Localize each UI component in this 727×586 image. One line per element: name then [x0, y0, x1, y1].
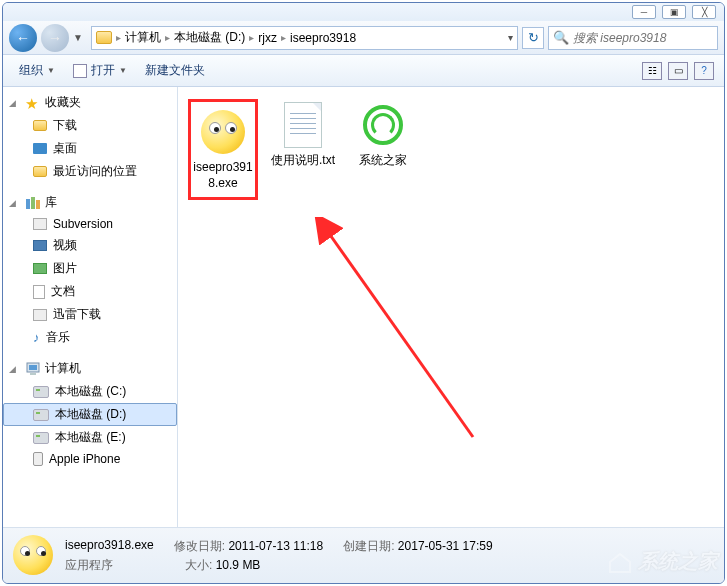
- phone-icon: [33, 452, 43, 466]
- libraries-section[interactable]: ◢ 库: [3, 191, 177, 214]
- sidebar-item-documents[interactable]: 文档: [3, 280, 177, 303]
- favorites-label: 收藏夹: [45, 94, 81, 111]
- breadcrumb-item[interactable]: 计算机: [125, 29, 161, 46]
- sidebar-item-music[interactable]: ♪音乐: [3, 326, 177, 349]
- svg-rect-4: [29, 365, 37, 370]
- refresh-button[interactable]: ↻: [522, 27, 544, 49]
- document-icon: [33, 285, 45, 299]
- toolbar: 组织▼ 打开▼ 新建文件夹 ☷ ▭ ?: [3, 55, 724, 87]
- sidebar-item-downloads[interactable]: 下载: [3, 114, 177, 137]
- folder-icon: [33, 166, 47, 177]
- details-modified-value: 2011-07-13 11:18: [228, 539, 323, 553]
- svg-rect-5: [30, 373, 36, 375]
- drive-icon: [33, 409, 49, 421]
- address-dropdown[interactable]: ▾: [508, 32, 513, 43]
- star-icon: ★: [25, 95, 41, 111]
- svg-rect-2: [36, 200, 40, 209]
- search-box[interactable]: 🔍: [548, 26, 718, 50]
- search-input[interactable]: [573, 31, 713, 45]
- text-file-icon: [284, 102, 322, 148]
- pictures-icon: [33, 263, 47, 274]
- open-button[interactable]: 打开▼: [67, 60, 133, 81]
- new-folder-button[interactable]: 新建文件夹: [139, 60, 211, 81]
- sidebar-item-recent[interactable]: 最近访问的位置: [3, 160, 177, 183]
- annotation-arrow: [313, 217, 483, 447]
- history-dropdown[interactable]: ▼: [73, 32, 87, 43]
- search-icon: 🔍: [553, 30, 569, 45]
- drive-icon: [33, 386, 49, 398]
- titlebar: ─ ▣ ╳: [3, 3, 724, 21]
- forward-button[interactable]: →: [41, 24, 69, 52]
- music-icon: ♪: [33, 330, 40, 345]
- document-icon: [33, 309, 47, 321]
- breadcrumb-item[interactable]: rjxz: [258, 31, 277, 45]
- computer-icon: [25, 362, 41, 376]
- internet-shortcut-icon: [363, 105, 403, 145]
- help-button[interactable]: ?: [694, 62, 714, 80]
- file-label: iseepro3918.exe: [193, 160, 253, 191]
- details-filename: iseepro3918.exe: [65, 538, 154, 555]
- sidebar-item-drive-d[interactable]: 本地磁盘 (D:): [3, 403, 177, 426]
- sidebar-item-drive-c[interactable]: 本地磁盘 (C:): [3, 380, 177, 403]
- file-item-txt[interactable]: 使用说明.txt: [268, 99, 338, 169]
- desktop-icon: [33, 143, 47, 154]
- chevron-right-icon: ▸: [165, 32, 170, 43]
- details-filetype: 应用程序: [65, 557, 113, 574]
- open-icon: [73, 64, 87, 78]
- sidebar-item-iphone[interactable]: Apple iPhone: [3, 449, 177, 469]
- view-options-button[interactable]: ☷: [642, 62, 662, 80]
- maximize-button[interactable]: ▣: [662, 5, 686, 19]
- file-list[interactable]: iseepro3918.exe 使用说明.txt 系统之家: [178, 87, 724, 527]
- organize-button[interactable]: 组织▼: [13, 60, 61, 81]
- address-bar[interactable]: ▸ 计算机 ▸ 本地磁盘 (D:) ▸ rjxz ▸ iseepro3918 ▾: [91, 26, 518, 50]
- details-size-label: 大小:: [185, 558, 212, 572]
- computer-section[interactable]: ◢ 计算机: [3, 357, 177, 380]
- sidebar-item-subversion[interactable]: Subversion: [3, 214, 177, 234]
- preview-pane-button[interactable]: ▭: [668, 62, 688, 80]
- chevron-right-icon: ▸: [249, 32, 254, 43]
- sidebar-item-videos[interactable]: 视频: [3, 234, 177, 257]
- sidebar-item-xunlei[interactable]: 迅雷下载: [3, 303, 177, 326]
- svg-rect-0: [26, 199, 30, 209]
- details-modified-label: 修改日期:: [174, 539, 225, 553]
- back-button[interactable]: ←: [9, 24, 37, 52]
- folder-icon: [33, 120, 47, 131]
- folder-icon: [96, 31, 112, 44]
- sidebar-item-pictures[interactable]: 图片: [3, 257, 177, 280]
- document-icon: [33, 218, 47, 230]
- minimize-button[interactable]: ─: [632, 5, 656, 19]
- drive-icon: [33, 432, 49, 444]
- close-button[interactable]: ╳: [692, 5, 716, 19]
- breadcrumb-item[interactable]: iseepro3918: [290, 31, 356, 45]
- details-icon: [13, 535, 55, 577]
- svg-line-6: [328, 232, 473, 437]
- exe-icon: [201, 110, 245, 154]
- sidebar-item-desktop[interactable]: 桌面: [3, 137, 177, 160]
- collapse-icon: ◢: [9, 98, 21, 108]
- sidebar-item-drive-e[interactable]: 本地磁盘 (E:): [3, 426, 177, 449]
- file-label: 系统之家: [348, 153, 418, 169]
- details-created-label: 创建日期:: [343, 539, 394, 553]
- chevron-right-icon: ▸: [281, 32, 286, 43]
- favorites-section[interactable]: ◢ ★ 收藏夹: [3, 91, 177, 114]
- details-pane: iseepro3918.exe 修改日期: 2011-07-13 11:18 创…: [3, 527, 724, 583]
- chevron-right-icon: ▸: [116, 32, 121, 43]
- collapse-icon: ◢: [9, 364, 21, 374]
- breadcrumb-item[interactable]: 本地磁盘 (D:): [174, 29, 245, 46]
- explorer-body: ◢ ★ 收藏夹 下载 桌面 最近访问的位置 ◢ 库 Subversion 视频 …: [3, 87, 724, 527]
- file-label: 使用说明.txt: [268, 153, 338, 169]
- explorer-window: ─ ▣ ╳ ← → ▼ ▸ 计算机 ▸ 本地磁盘 (D:) ▸ rjxz ▸ i…: [2, 2, 725, 584]
- svg-rect-1: [31, 197, 35, 209]
- collapse-icon: ◢: [9, 198, 21, 208]
- file-item-url[interactable]: 系统之家: [348, 99, 418, 169]
- file-item-exe[interactable]: iseepro3918.exe: [188, 99, 258, 200]
- libraries-label: 库: [45, 194, 57, 211]
- libraries-icon: [25, 196, 41, 210]
- details-size-value: 10.9 MB: [216, 558, 261, 572]
- navigation-pane: ◢ ★ 收藏夹 下载 桌面 最近访问的位置 ◢ 库 Subversion 视频 …: [3, 87, 178, 527]
- computer-label: 计算机: [45, 360, 81, 377]
- navigation-bar: ← → ▼ ▸ 计算机 ▸ 本地磁盘 (D:) ▸ rjxz ▸ iseepro…: [3, 21, 724, 55]
- details-created-value: 2017-05-31 17:59: [398, 539, 493, 553]
- video-icon: [33, 240, 47, 251]
